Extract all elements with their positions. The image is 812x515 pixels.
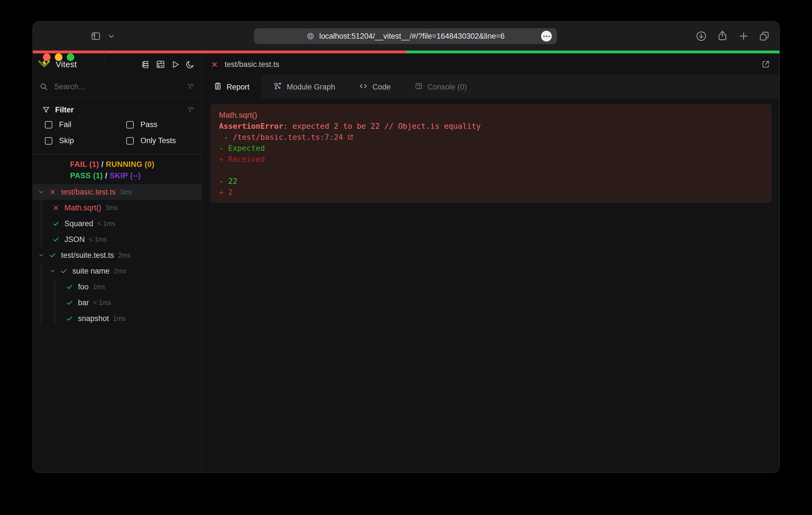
- checkbox-fail[interactable]: Fail: [42, 117, 123, 133]
- chevron-down-icon[interactable]: [37, 189, 45, 195]
- tree-item-file-suite[interactable]: test/suite.test.ts 2ms: [33, 247, 201, 263]
- pass-icon: [60, 267, 68, 275]
- tab-report[interactable]: Report: [202, 76, 261, 98]
- checkbox-box[interactable]: [126, 121, 134, 128]
- detail-view-icon[interactable]: [141, 60, 150, 69]
- checkbox-pass[interactable]: Pass: [123, 117, 195, 133]
- tab-overview-icon[interactable]: [758, 30, 770, 42]
- progress-pass-segment: [406, 51, 780, 53]
- diff-received-label: + Received: [219, 154, 763, 164]
- zoom-window-button[interactable]: [67, 53, 74, 61]
- pass-icon: [65, 283, 74, 291]
- search-row: [33, 76, 201, 98]
- minimize-window-button[interactable]: [55, 53, 62, 61]
- console-icon: [414, 82, 423, 92]
- tree-item-test-squared[interactable]: Squared < 1ms: [33, 216, 201, 232]
- ellipsis-icon[interactable]: [541, 31, 552, 41]
- filter-section: Filter Fail: [33, 98, 201, 154]
- main-panel: test/basic.test.ts: [202, 53, 780, 473]
- url-text: localhost:51204/__vitest__/#/?file=16484…: [319, 32, 504, 41]
- summary-line-2: PASS (1) / SKIP (--): [70, 170, 201, 181]
- run-progress-bar: [33, 51, 780, 53]
- checkbox-box[interactable]: [45, 121, 52, 128]
- pass-icon: [65, 299, 74, 306]
- run-all-icon[interactable]: [171, 60, 180, 69]
- open-in-editor-icon[interactable]: [347, 134, 354, 141]
- fail-icon: [52, 204, 60, 211]
- tab-code[interactable]: Code: [347, 76, 403, 98]
- sidebar: Vitest: [33, 53, 202, 473]
- file-header: test/basic.test.ts: [202, 53, 780, 76]
- run-summary: FAIL (1) / RUNNING (0) PASS (1) / SKIP (…: [33, 154, 201, 184]
- checkbox-box[interactable]: [45, 137, 52, 145]
- report-panel: Math.sqrt() AssertionError: expected 2 t…: [202, 98, 780, 473]
- indent-guide: [55, 280, 55, 325]
- indent-guide: [41, 264, 41, 326]
- app-title: Vitest: [56, 60, 77, 69]
- dark-mode-icon[interactable]: [185, 60, 195, 69]
- checkbox-only-tests[interactable]: Only Tests: [123, 133, 195, 149]
- tree-item-suite-name[interactable]: suite name 2ms: [33, 263, 201, 279]
- browser-titlebar: localhost:51204/__vitest__/#/?file=16484…: [33, 22, 780, 51]
- module-graph-icon: [273, 82, 282, 93]
- tree-item-file-basic[interactable]: test/basic.test.ts 3ms: [33, 184, 201, 200]
- progress-fail-segment: [33, 51, 406, 53]
- error-test-name: Math.sqrt(): [219, 110, 763, 121]
- toolbar-separator: [105, 50, 106, 65]
- download-icon[interactable]: [695, 30, 707, 42]
- report-icon: [213, 82, 222, 92]
- share-icon[interactable]: [716, 30, 729, 42]
- globe-icon: [306, 32, 315, 40]
- tab-bar: Report Module Graph: [202, 76, 780, 98]
- pass-icon: [49, 251, 57, 259]
- chevron-down-icon[interactable]: [49, 268, 57, 274]
- open-in-editor-icon[interactable]: [761, 60, 771, 69]
- tree-item-test-foo[interactable]: foo 1ms: [33, 279, 201, 295]
- error-report-card: Math.sqrt() AssertionError: expected 2 t…: [210, 104, 772, 203]
- filter-icon: [42, 106, 50, 114]
- filter-title: Filter: [55, 105, 74, 114]
- search-input[interactable]: [54, 83, 180, 91]
- fail-icon: [49, 188, 57, 196]
- tree-item-test-snapshot[interactable]: snapshot 1ms: [33, 310, 201, 326]
- sidebar-icon[interactable]: [90, 31, 102, 41]
- pass-icon: [52, 236, 60, 243]
- diff-expected-label: - Expected: [219, 143, 763, 154]
- indent-guide: [41, 201, 41, 247]
- clear-filter-icon[interactable]: [187, 106, 195, 114]
- error-stack-line: - /test/basic.test.ts:7:24: [219, 131, 763, 143]
- chevron-down-icon[interactable]: [37, 252, 45, 259]
- tree-item-test-math-sqrt[interactable]: Math.sqrt() 3ms: [33, 200, 201, 216]
- chevron-down-icon[interactable]: [108, 34, 115, 39]
- test-tree: test/basic.test.ts 3ms Math.sqrt() 3ms S…: [33, 184, 201, 473]
- tab-console[interactable]: Console (0): [403, 76, 479, 98]
- search-icon: [39, 83, 48, 91]
- code-icon: [359, 82, 368, 93]
- checkbox-skip[interactable]: Skip: [42, 133, 123, 149]
- tab-module-graph[interactable]: Module Graph: [261, 76, 347, 98]
- summary-line-1: FAIL (1) / RUNNING (0): [70, 159, 201, 170]
- checkbox-box[interactable]: [126, 137, 134, 145]
- screen: localhost:51204/__vitest__/#/?file=16484…: [0, 0, 812, 515]
- blank-line: [219, 164, 763, 176]
- new-tab-icon[interactable]: [738, 31, 749, 41]
- clear-search-filter-icon[interactable]: [187, 83, 195, 91]
- pass-icon: [65, 315, 74, 322]
- pass-icon: [52, 220, 60, 227]
- tree-item-test-json[interactable]: JSON < 1ms: [33, 232, 201, 247]
- file-header-label: test/basic.test.ts: [225, 60, 280, 69]
- diff-received-value: + 2: [219, 187, 763, 198]
- diff-expected-value: - 22: [219, 176, 763, 187]
- tree-item-test-bar[interactable]: bar < 1ms: [33, 295, 201, 310]
- address-bar[interactable]: localhost:51204/__vitest__/#/?file=16484…: [254, 28, 557, 44]
- error-message-line: AssertionError: expected 2 to be 22 // O…: [219, 121, 763, 131]
- browser-window: localhost:51204/__vitest__/#/?file=16484…: [32, 21, 780, 473]
- close-window-button[interactable]: [43, 53, 51, 61]
- dashboard-icon[interactable]: [156, 60, 165, 69]
- close-icon[interactable]: [211, 61, 219, 68]
